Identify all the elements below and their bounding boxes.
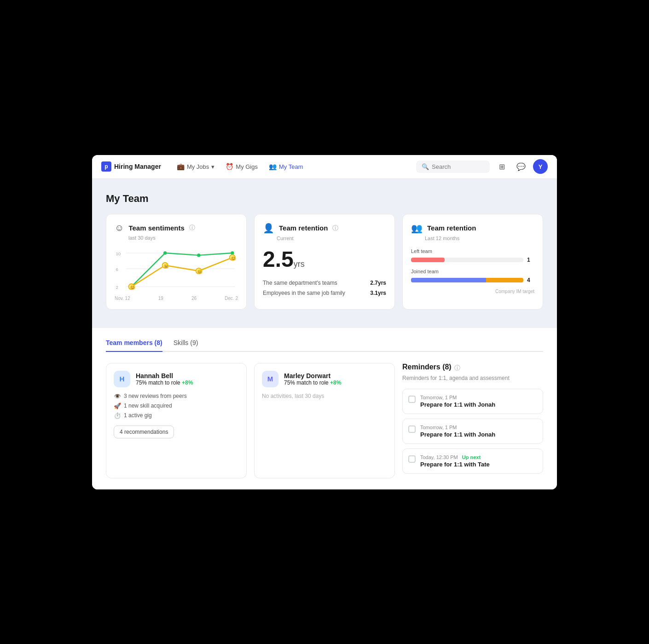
nav-link-my-jobs[interactable]: 💼 My Jobs ▾ bbox=[172, 160, 219, 173]
sentiments-info-icon[interactable]: ⓘ bbox=[189, 224, 195, 232]
card-header: 👤 Team retention ⓘ bbox=[263, 223, 386, 234]
svg-point-7 bbox=[163, 251, 167, 254]
team-retention-12m-card: 👥 Team retention Last 12 months Left tea… bbox=[402, 214, 543, 310]
card-header: ☺ Team sentiments ⓘ bbox=[115, 223, 238, 233]
nav-right: 🔍 ⊞ 💬 Y bbox=[416, 159, 548, 174]
nav-link-my-team[interactable]: 👥 My Team bbox=[264, 160, 308, 173]
avatar-hannah: H bbox=[114, 371, 130, 387]
svg-point-8 bbox=[197, 253, 200, 257]
sentiment-icon: ☺ bbox=[115, 223, 124, 233]
joined-team-count: 4 bbox=[527, 277, 534, 283]
chart-label-19: 19 bbox=[158, 296, 163, 301]
recommendations-button[interactable]: 4 recommendations bbox=[114, 426, 174, 438]
joined-bar-blue bbox=[411, 278, 486, 282]
rocket-icon: 🚀 bbox=[114, 402, 121, 409]
member-info-hannah: Hannah Bell 75% match to role +8% bbox=[136, 372, 193, 386]
retention-current-unit: yrs bbox=[294, 259, 305, 269]
reminders-info-icon[interactable]: ⓘ bbox=[454, 364, 460, 372]
nav-link-my-gigs[interactable]: ⏰ My Gigs bbox=[221, 160, 262, 173]
chart-svg: 10 6 2 bbox=[115, 248, 238, 294]
svg-text:2: 2 bbox=[116, 284, 118, 289]
retention-stat-row-1: The same department's teams 2.7yrs bbox=[263, 278, 386, 288]
target-label: Company IM target bbox=[411, 289, 534, 294]
main-grid: H Hannah Bell 75% match to role +8% 👁️ 3… bbox=[106, 363, 543, 478]
svg-text:6: 6 bbox=[116, 267, 118, 272]
hero-section: My Team ☺ Team sentiments ⓘ last 30 days… bbox=[92, 179, 557, 328]
search-input[interactable] bbox=[432, 163, 484, 170]
member-header-hannah: H Hannah Bell 75% match to role +8% bbox=[114, 371, 239, 387]
user-avatar-button[interactable]: Y bbox=[533, 159, 548, 174]
match-plus-hannah: +8% bbox=[182, 380, 193, 386]
match-pct-hannah: 75% match to role bbox=[136, 380, 180, 386]
reminder-time-1: Tomorrow, 1 PM bbox=[420, 395, 495, 400]
main-content: Team members (8) Skills (9) H Hannah Bel… bbox=[92, 328, 557, 489]
reminder-time-text-3: Today, 12:30 PM bbox=[420, 454, 458, 460]
left-team-bar-row: 1 bbox=[411, 257, 534, 263]
retention-12m-subtitle: Last 12 months bbox=[425, 236, 534, 241]
member-match-hannah: 75% match to role +8% bbox=[136, 380, 193, 386]
no-activity-marley: No activities, last 30 days bbox=[262, 393, 387, 399]
chart-label-dec2: Dec. 2 bbox=[225, 296, 238, 301]
retention-current-title: Team retention bbox=[279, 224, 328, 232]
reminder-checkbox-2[interactable] bbox=[408, 426, 416, 433]
svg-text:😐: 😐 bbox=[163, 263, 169, 269]
nav-link-my-jobs-label: My Jobs bbox=[187, 163, 209, 170]
reminder-item-3: Today, 12:30 PM Up next Prepare for 1:1 … bbox=[402, 448, 543, 474]
joined-team-bar-fill bbox=[411, 278, 523, 282]
member-activities-hannah: 👁️ 3 new reviews from peers 🚀 1 new skil… bbox=[114, 393, 239, 419]
svg-text:😊: 😊 bbox=[231, 255, 237, 261]
svg-point-9 bbox=[231, 251, 234, 254]
layout-icon-button[interactable]: ⊞ bbox=[494, 159, 509, 174]
retention-12m-title: Team retention bbox=[427, 224, 476, 232]
nav-links: 💼 My Jobs ▾ ⏰ My Gigs 👥 My Team bbox=[172, 160, 405, 173]
chart-label-26: 26 bbox=[191, 296, 197, 301]
reminders-section: Reminders (8) ⓘ Reminders for 1:1, agend… bbox=[402, 363, 543, 478]
chart-x-labels: Nov. 12 19 26 Dec. 2 bbox=[115, 296, 238, 301]
team-sentiments-card: ☺ Team sentiments ⓘ last 30 days 10 6 2 bbox=[106, 214, 247, 310]
left-team-count: 1 bbox=[527, 257, 534, 263]
chart-label-nov12: Nov. 12 bbox=[115, 296, 130, 301]
member-card-marley: M Marley Dorwart 75% match to role +8% N… bbox=[254, 363, 395, 478]
member-info-marley: Marley Dorwart 75% match to role +8% bbox=[284, 372, 341, 386]
tab-skills[interactable]: Skills (9) bbox=[174, 339, 198, 351]
member-card-hannah: H Hannah Bell 75% match to role +8% 👁️ 3… bbox=[106, 363, 247, 478]
retention-icon: 👤 bbox=[263, 223, 274, 234]
up-next-badge: Up next bbox=[462, 454, 481, 460]
joined-team-bar-row: 4 bbox=[411, 277, 534, 283]
avatar-marley: M bbox=[262, 371, 278, 387]
nav-link-my-team-label: My Team bbox=[279, 163, 303, 170]
activity-reviews-text: 3 new reviews from peers bbox=[124, 393, 187, 399]
activity-gig: ⏱️ 1 active gig bbox=[114, 412, 239, 419]
chat-icon-button[interactable]: 💬 bbox=[514, 159, 528, 174]
member-name-hannah: Hannah Bell bbox=[136, 372, 193, 380]
retention-stat-value-1: 2.7yrs bbox=[370, 280, 386, 286]
reminder-title-3: Prepare for 1:1 with Tate bbox=[420, 461, 490, 468]
search-bar[interactable]: 🔍 bbox=[416, 161, 490, 173]
search-icon: 🔍 bbox=[422, 163, 429, 170]
reminders-title: Reminders (8) bbox=[402, 363, 452, 371]
reminder-checkbox-1[interactable] bbox=[408, 396, 416, 403]
timer-icon: ⏱️ bbox=[114, 412, 121, 419]
retention-current-info-icon[interactable]: ⓘ bbox=[332, 224, 338, 232]
activity-skill-text: 1 new skill acquired bbox=[124, 402, 172, 409]
retention-bars: Left team 1 Joined team bbox=[411, 248, 534, 294]
joined-team-label: Joined team bbox=[411, 269, 534, 274]
reminder-title-1: Prepare for 1:1 with Jonah bbox=[420, 401, 495, 408]
nav-brand: p Hiring Manager bbox=[101, 161, 161, 172]
reminder-checkbox-3[interactable] bbox=[408, 455, 416, 463]
activity-gig-text: 1 active gig bbox=[124, 412, 152, 419]
match-pct-marley: 75% match to role bbox=[284, 380, 329, 386]
tabs-row: Team members (8) Skills (9) bbox=[106, 339, 543, 352]
retention-12m-icon: 👥 bbox=[411, 223, 423, 234]
retention-stat-value-2: 3.1yrs bbox=[370, 290, 386, 296]
reminder-time-3: Today, 12:30 PM Up next bbox=[420, 454, 490, 460]
svg-text:😊: 😊 bbox=[197, 268, 203, 274]
reminder-content-3: Today, 12:30 PM Up next Prepare for 1:1 … bbox=[420, 454, 490, 468]
team-retention-current-card: 👤 Team retention ⓘ Current 2.5yrs The sa… bbox=[254, 214, 395, 310]
reminder-content-2: Tomorrow, 1 PM Prepare for 1:1 with Jona… bbox=[420, 425, 495, 438]
left-team-bar-track bbox=[411, 258, 523, 262]
eye-icon: 👁️ bbox=[114, 393, 121, 400]
tab-team-members[interactable]: Team members (8) bbox=[106, 339, 162, 352]
briefcase-icon: 💼 bbox=[177, 163, 185, 170]
left-team-label: Left team bbox=[411, 248, 534, 254]
